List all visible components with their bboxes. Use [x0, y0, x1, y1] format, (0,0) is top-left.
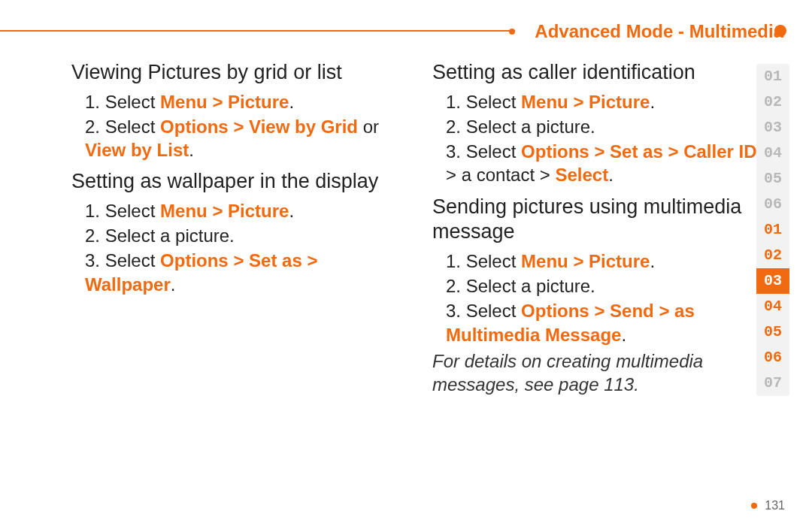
step-item: 3. Select Options > Send > as Multimedia… — [446, 299, 763, 346]
side-index-item[interactable]: 04 — [756, 294, 789, 319]
steps-list: 1. Select Menu > Picture. 2. Select a pi… — [432, 249, 763, 346]
side-index-item[interactable]: 01 — [756, 217, 789, 243]
step-item: 3. Select Options > Set as > Caller ID >… — [446, 140, 763, 186]
steps-list: 1. Select Menu > Picture. 2. Select Opti… — [71, 90, 402, 162]
side-index-item[interactable]: 02 — [756, 243, 789, 268]
step-item: 1. Select Menu > Picture. — [85, 90, 402, 113]
side-index-item[interactable]: 02 — [756, 89, 789, 115]
step-item: 2. Select Options > View by Grid or View… — [85, 115, 402, 162]
left-column: Viewing Pictures by grid or list 1. Sele… — [71, 53, 402, 484]
header-title-tab: Advanced Mode - Multimedia — [515, 21, 789, 42]
section-heading-view-grid-list: Viewing Pictures by grid or list — [71, 60, 402, 86]
step-item: 2. Select a picture. — [85, 224, 402, 247]
step-item: 3. Select Options > Set as > Wallpaper. — [85, 249, 402, 295]
side-index-item[interactable]: 03 — [756, 115, 789, 141]
side-index-item[interactable]: 06 — [756, 192, 789, 217]
step-item: 1. Select Menu > Picture. — [85, 199, 402, 222]
end-bullet-icon — [774, 25, 786, 37]
side-index-item[interactable]: 06 — [756, 345, 789, 370]
page-number: 131 — [751, 499, 785, 512]
step-item: 2. Select a picture. — [446, 274, 763, 298]
cross-reference-note: For details on creating multimedia messa… — [432, 349, 763, 396]
side-index-item[interactable]: 03 — [756, 268, 789, 294]
side-index-item[interactable]: 01 — [756, 64, 789, 89]
bullet-icon — [509, 29, 515, 35]
steps-list: 1. Select Menu > Picture. 2. Select a pi… — [432, 90, 763, 187]
section-heading-caller-id: Setting as caller identification — [432, 60, 763, 86]
step-item: 2. Select a picture. — [446, 115, 763, 138]
right-column: Setting as caller identification 1. Sele… — [432, 53, 763, 484]
side-index-item[interactable]: 04 — [756, 141, 789, 166]
side-index-item[interactable]: 05 — [756, 319, 789, 345]
steps-list: 1. Select Menu > Picture. 2. Select a pi… — [71, 199, 402, 296]
step-item: 1. Select Menu > Picture. — [446, 249, 763, 273]
header-title: Advanced Mode - Multimedia — [535, 21, 783, 41]
manual-page: Advanced Mode - Multimedia Viewing Pictu… — [0, 0, 812, 529]
content-columns: Viewing Pictures by grid or list 1. Sele… — [71, 53, 767, 484]
side-index-item[interactable]: 07 — [756, 370, 789, 396]
step-item: 1. Select Menu > Picture. — [446, 90, 763, 113]
section-heading-wallpaper: Setting as wallpaper in the display — [71, 169, 402, 195]
section-heading-send-mms: Sending pictures using multimedia messag… — [432, 195, 763, 246]
side-index-item[interactable]: 05 — [756, 166, 789, 192]
side-index: 01020304050601020304050607 — [756, 64, 789, 396]
